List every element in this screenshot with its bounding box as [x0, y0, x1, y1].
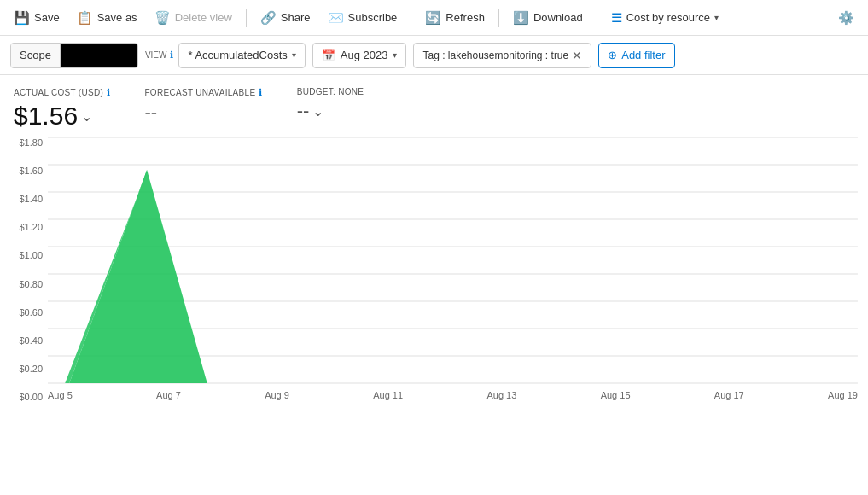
save-button[interactable]: 💾 Save	[7, 6, 67, 30]
actual-cost-chevron: ⌄	[81, 108, 92, 125]
actual-cost-info-icon: ℹ	[107, 87, 110, 98]
x-label-aug7: Aug 7	[156, 390, 181, 400]
actual-cost-label: ACTUAL COST (USD) ℹ	[14, 87, 110, 98]
delete-icon: 🗑️	[154, 10, 171, 26]
share-label: Share	[281, 11, 311, 24]
calendar-icon: 📅	[322, 49, 335, 61]
subscribe-label: Subscribe	[348, 11, 398, 24]
forecast-value: --	[144, 102, 262, 124]
view-selector: VIEW ℹ * AccumulatedCosts ▾	[145, 43, 306, 68]
budget-label: BUDGET: NONE	[297, 87, 364, 96]
y-label-080: $0.80	[10, 279, 48, 289]
settings-button[interactable]: ⚙️	[831, 6, 861, 30]
list-icon: ☰	[611, 10, 622, 26]
cost-spike-area	[69, 170, 207, 383]
stats-row: ACTUAL COST (USD) ℹ $1.56 ⌄ FORECAST UNA…	[0, 75, 868, 137]
x-label-aug15: Aug 15	[601, 390, 631, 400]
chart-area: $1.80 $1.60 $1.40 $1.20 $1.00 $0.80 $0.6…	[10, 137, 858, 402]
y-label-140: $1.40	[10, 194, 48, 204]
scope-bar: Scope VIEW ℹ * AccumulatedCosts ▾ 📅 Aug …	[0, 36, 868, 75]
add-filter-icon: ⊕	[608, 49, 617, 61]
forecast-info-icon: ℹ	[259, 87, 262, 98]
toolbar-divider-4	[597, 9, 597, 27]
tag-filter: Tag : lakehousemonitoring : true ✕	[413, 43, 591, 68]
budget-value: -- ⌄	[297, 100, 364, 122]
x-label-aug11: Aug 11	[373, 390, 403, 400]
gear-icon: ⚙️	[838, 10, 854, 26]
refresh-button[interactable]: 🔄 Refresh	[418, 6, 492, 30]
delete-view-button[interactable]: 🗑️ Delete view	[148, 6, 239, 30]
budget-chevron: ⌄	[312, 103, 323, 119]
save-as-button[interactable]: 📋 Save as	[70, 6, 144, 30]
scope-value-block	[61, 44, 137, 67]
tag-close-button[interactable]: ✕	[572, 50, 582, 61]
cost-by-resource-arrow: ▾	[714, 13, 719, 22]
scope-label: Scope	[11, 44, 61, 67]
share-icon: 🔗	[260, 10, 277, 26]
y-label-160: $1.60	[10, 166, 48, 176]
y-label-040: $0.40	[10, 335, 48, 346]
y-label-020: $0.20	[10, 364, 48, 374]
download-icon: ⬇️	[513, 10, 529, 26]
y-label-180: $1.80	[10, 137, 48, 148]
chart-svg	[48, 137, 858, 385]
add-filter-label: Add filter	[621, 49, 665, 61]
save-icon: 💾	[14, 10, 30, 26]
download-button[interactable]: ⬇️ Download	[506, 6, 590, 30]
chart-y-axis: $1.80 $1.60 $1.40 $1.20 $1.00 $0.80 $0.6…	[10, 137, 48, 402]
y-label-100: $1.00	[10, 250, 48, 260]
share-button[interactable]: 🔗 Share	[253, 6, 317, 30]
actual-cost-block: ACTUAL COST (USD) ℹ $1.56 ⌄	[14, 87, 110, 131]
x-label-aug5: Aug 5	[48, 390, 73, 400]
date-value: Aug 2023	[341, 49, 388, 61]
toolbar: 💾 Save 📋 Save as 🗑️ Delete view 🔗 Share …	[0, 0, 868, 36]
y-label-000: $0.00	[10, 392, 48, 402]
x-label-aug19: Aug 19	[828, 390, 858, 400]
chart-svg-container	[48, 137, 858, 385]
y-label-120: $1.20	[10, 222, 48, 232]
y-label-060: $0.60	[10, 307, 48, 317]
delete-view-label: Delete view	[175, 11, 232, 24]
view-dropdown-button[interactable]: * AccumulatedCosts ▾	[178, 43, 305, 68]
actual-cost-value: $1.56 ⌄	[14, 102, 110, 131]
chart-x-axis: Aug 5 Aug 7 Aug 9 Aug 11 Aug 13 Aug 15 A…	[48, 388, 858, 402]
date-picker-button[interactable]: 📅 Aug 2023 ▾	[312, 43, 407, 68]
subscribe-button[interactable]: ✉️ Subscribe	[321, 6, 405, 30]
chart-container: $1.80 $1.60 $1.40 $1.20 $1.00 $0.80 $0.6…	[10, 137, 858, 402]
view-dropdown-arrow: ▾	[292, 50, 296, 60]
download-label: Download	[533, 11, 583, 24]
x-label-aug9: Aug 9	[265, 390, 289, 400]
cost-by-resource-label: Cost by resource	[626, 11, 710, 24]
refresh-icon: 🔄	[425, 10, 441, 26]
date-dropdown-arrow: ▾	[393, 50, 397, 60]
x-label-aug17: Aug 17	[714, 390, 744, 400]
view-info-icon: ℹ	[170, 50, 173, 61]
x-label-aug13: Aug 13	[486, 390, 516, 400]
subscribe-icon: ✉️	[328, 10, 344, 26]
forecast-label: FORECAST UNAVAILABLE ℹ	[144, 87, 262, 98]
tag-filter-text: Tag : lakehousemonitoring : true	[422, 50, 568, 61]
toolbar-divider-2	[411, 9, 411, 27]
save-as-label: Save as	[97, 11, 137, 24]
toolbar-divider-3	[498, 9, 499, 27]
save-as-icon: 📋	[77, 10, 93, 26]
forecast-block: FORECAST UNAVAILABLE ℹ --	[144, 87, 262, 124]
scope-selector[interactable]: Scope	[10, 43, 138, 68]
toolbar-divider-1	[246, 9, 247, 27]
refresh-label: Refresh	[446, 11, 485, 24]
save-label: Save	[34, 11, 60, 24]
add-filter-button[interactable]: ⊕ Add filter	[598, 43, 674, 68]
view-name: * AccumulatedCosts	[188, 49, 287, 61]
cost-by-resource-button[interactable]: ☰ Cost by resource ▾	[604, 6, 725, 30]
budget-block: BUDGET: NONE -- ⌄	[297, 87, 364, 122]
view-label: VIEW	[145, 50, 167, 60]
